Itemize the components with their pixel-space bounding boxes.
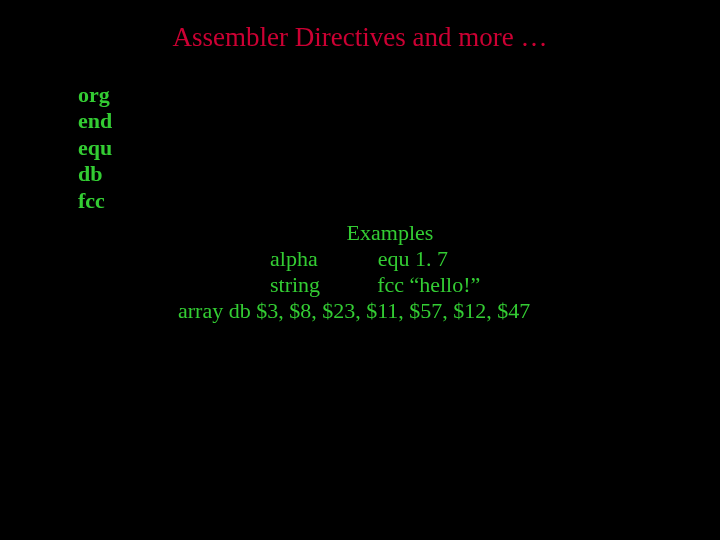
- directive-equ: equ: [78, 135, 112, 161]
- directive-db: db: [78, 161, 112, 187]
- slide-title: Assembler Directives and more …: [0, 0, 720, 53]
- example-string-value: fcc “hello!”: [377, 272, 480, 297]
- example-line-array: array db $3, $8, $23, $11, $57, $12, $47: [0, 298, 720, 324]
- example-alpha-label: alpha: [270, 246, 318, 271]
- example-line-string: stringfcc “hello!”: [0, 272, 720, 298]
- example-string-label: string: [270, 272, 320, 297]
- example-alpha-value: equ 1. 7: [378, 246, 448, 271]
- example-line-alpha: alphaequ 1. 7: [0, 246, 720, 272]
- directives-list: org end equ db fcc: [78, 82, 112, 214]
- directive-org: org: [78, 82, 112, 108]
- slide-container: Assembler Directives and more … org end …: [0, 0, 720, 540]
- examples-heading: Examples: [60, 220, 720, 246]
- directive-end: end: [78, 108, 112, 134]
- directive-fcc: fcc: [78, 188, 112, 214]
- examples-section: Examples alphaequ 1. 7 stringfcc “hello!…: [0, 220, 720, 324]
